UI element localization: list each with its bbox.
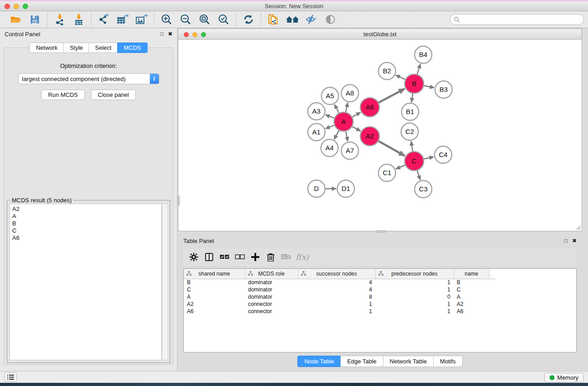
tab-select[interactable]: Select [89, 43, 117, 53]
network-canvas[interactable]: B4B2BB3A5A8A6A3B1AA1C2A2A4A7CC4C1C3DD1 [178, 40, 582, 231]
import-network-button[interactable] [52, 13, 68, 26]
graph-edge-B-B2[interactable] [396, 75, 405, 79]
column-header-predecessor-nodes[interactable]: predecessor nodes [375, 269, 454, 279]
graph-edge-A-A4[interactable] [334, 130, 339, 139]
close-panel-icon[interactable]: ✖ [168, 31, 172, 37]
column-header-shared-name[interactable]: shared name [184, 269, 245, 279]
result-list-scrollbar[interactable] [162, 204, 168, 360]
zoom-window-button[interactable] [23, 4, 28, 9]
table-cell[interactable]: 1 [298, 308, 375, 315]
close-window-button[interactable] [5, 4, 10, 9]
show-panel-button[interactable] [322, 13, 339, 26]
graph-edge-A-A8[interactable] [346, 103, 348, 112]
tab-edge-table[interactable]: Edge Table [340, 356, 383, 367]
export-network-button[interactable] [96, 13, 112, 26]
table-cell[interactable]: 1 [298, 300, 375, 308]
graph-edge-B-B3[interactable] [424, 86, 434, 87]
table-cell[interactable]: dominator [245, 279, 298, 286]
table-cell[interactable]: 1 [375, 300, 454, 308]
graph-edge-C-C2[interactable] [411, 142, 412, 152]
minimize-window-button[interactable] [14, 4, 19, 9]
table-cell[interactable]: B [184, 279, 245, 286]
graph-edge-A-A1[interactable] [326, 125, 335, 129]
table-row[interactable]: Adominator80A [184, 293, 496, 300]
export-image-button[interactable] [134, 13, 150, 26]
select-all-columns-button[interactable] [218, 250, 231, 264]
column-header-successor-nodes[interactable]: successor nodes [298, 269, 375, 279]
table-cell[interactable]: dominator [245, 293, 298, 300]
copy-network-button[interactable] [265, 13, 282, 26]
mcds-result-list[interactable]: A2ABCA6 [10, 204, 162, 360]
home-layout-button[interactable] [284, 13, 301, 26]
table-cell[interactable]: 8 [298, 293, 375, 300]
table-row[interactable]: Cdominator41C [184, 286, 496, 293]
tab-network[interactable]: Network [29, 43, 63, 53]
table-cell[interactable]: A6 [184, 308, 245, 315]
close-table-panel-icon[interactable]: ✖ [572, 238, 577, 243]
search-input[interactable] [450, 14, 584, 25]
tab-motifs[interactable]: Motifs [433, 356, 463, 367]
zoom-out-button[interactable] [177, 13, 194, 26]
hide-panel-button[interactable] [303, 13, 320, 26]
table-settings-button[interactable] [187, 250, 201, 264]
tab-style[interactable]: Style [63, 43, 89, 53]
network-window-titlebar[interactable]: testGlobe.txt [178, 29, 582, 40]
zoom-fit-button[interactable] [196, 13, 213, 26]
table-cell[interactable]: 0 [375, 293, 454, 300]
splitter-handle-bottom[interactable] [376, 230, 386, 233]
table-cell[interactable]: A6 [454, 308, 489, 315]
tab-mcds[interactable]: MCDS [117, 43, 147, 53]
table-cell[interactable]: B [454, 279, 489, 286]
show-columns-button[interactable] [202, 250, 216, 264]
table-row[interactable]: Bdominator41B [184, 279, 496, 286]
tab-network-table[interactable]: Network Table [383, 356, 433, 367]
table-cell[interactable]: A [454, 293, 489, 300]
table-cell[interactable]: dominator [245, 286, 298, 293]
resize-grip-icon[interactable] [575, 224, 581, 230]
graph-edge-A6-B[interactable] [378, 89, 404, 102]
table-row[interactable]: A6connector11A6 [184, 308, 496, 315]
zoom-selected-button[interactable] [215, 13, 232, 26]
import-table-button[interactable] [71, 13, 87, 26]
memory-button[interactable]: Memory [545, 373, 583, 382]
zoom-in-button[interactable] [158, 13, 175, 26]
optimization-criterion-select[interactable]: largest connected component (directed) ▲… [18, 73, 159, 84]
splitter-handle-left[interactable] [177, 195, 180, 205]
graph-edge-A-A5[interactable] [335, 105, 339, 113]
graph-edge-C-C3[interactable] [417, 171, 420, 180]
save-session-button[interactable] [27, 13, 43, 26]
table-cell[interactable]: 4 [298, 286, 375, 293]
float-table-panel-icon[interactable]: □ [564, 238, 568, 243]
float-panel-icon[interactable]: □ [160, 31, 163, 37]
graph-edge-A-A6[interactable] [352, 113, 360, 117]
result-item[interactable]: A [12, 213, 159, 220]
refresh-layout-button[interactable] [240, 13, 257, 26]
table-cell[interactable]: 1 [375, 279, 454, 286]
graph-edge-B-B1[interactable] [411, 94, 413, 102]
graph-edge-A-A3[interactable] [326, 115, 335, 118]
table-cell[interactable]: connector [245, 300, 298, 308]
open-file-button[interactable] [8, 13, 24, 26]
graph-edge-B-B4[interactable] [417, 64, 421, 74]
graph-edge-A2-C[interactable] [378, 141, 405, 156]
result-item[interactable]: A6 [12, 234, 159, 242]
column-header-MCDS-role[interactable]: MCDS role [245, 269, 298, 279]
network-close-button[interactable] [184, 32, 189, 37]
table-cell[interactable]: A2 [454, 300, 489, 308]
table-cell[interactable]: A2 [184, 300, 245, 308]
export-table-button[interactable] [115, 13, 131, 26]
table-row[interactable]: A2connector11A2 [184, 300, 496, 308]
create-column-button[interactable] [249, 250, 262, 264]
graph-edge-C-C1[interactable] [396, 165, 405, 169]
table-cell[interactable]: connector [245, 308, 298, 315]
graph-edge-A-A2[interactable] [352, 127, 360, 131]
result-item[interactable]: A2 [12, 205, 159, 213]
unselect-all-columns-button[interactable] [233, 250, 247, 264]
graph-edge-C-C4[interactable] [424, 157, 433, 159]
tab-node-table[interactable]: Node Table [297, 356, 340, 367]
network-minimize-button[interactable] [192, 32, 197, 37]
table-cell[interactable]: A [184, 293, 245, 300]
column-header-name[interactable]: name [454, 269, 489, 279]
task-history-button[interactable] [5, 372, 17, 382]
result-item[interactable]: C [12, 227, 159, 234]
